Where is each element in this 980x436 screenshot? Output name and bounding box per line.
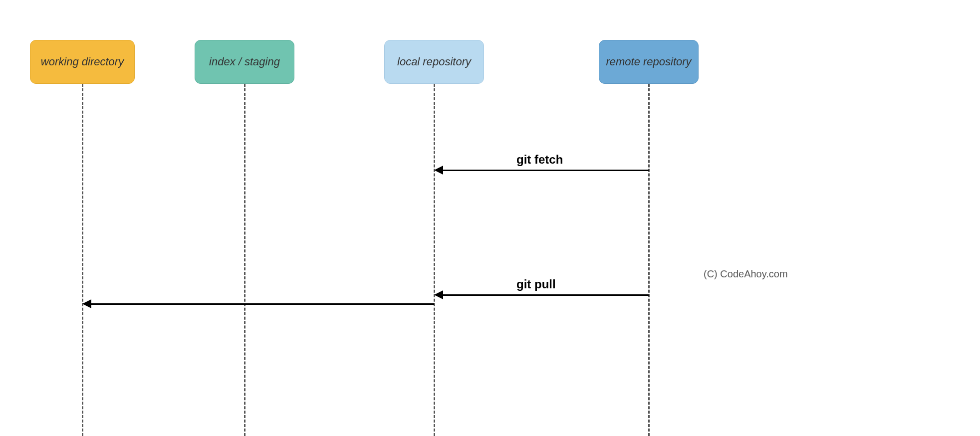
git-sequence-diagram: working directoryindex / staginglocal re… — [0, 0, 980, 436]
msg-git-fetch-arrowhead — [434, 166, 443, 175]
lifeline-working-directory — [82, 84, 83, 436]
participant-local-repository: local repository — [384, 40, 484, 84]
msg-git-pull-arrowhead — [434, 290, 443, 299]
msg-git-fetch-line — [437, 170, 649, 171]
participant-remote-repository: remote repository — [599, 40, 699, 84]
msg-git-fetch-label: git fetch — [516, 153, 563, 167]
lifeline-remote-repository — [648, 84, 650, 436]
participant-index-staging: index / staging — [195, 40, 294, 84]
lifeline-local-repository — [434, 84, 435, 436]
msg-git-pull-label: git pull — [516, 277, 556, 291]
copyright-note: (C) CodeAhoy.com — [704, 268, 788, 280]
msg-git-pull-line — [437, 294, 649, 296]
lifeline-index-staging — [244, 84, 245, 436]
msg-git-pull-cont-line — [85, 303, 434, 305]
participant-working-directory: working directory — [30, 40, 135, 84]
msg-git-pull-cont-arrowhead — [82, 299, 91, 308]
